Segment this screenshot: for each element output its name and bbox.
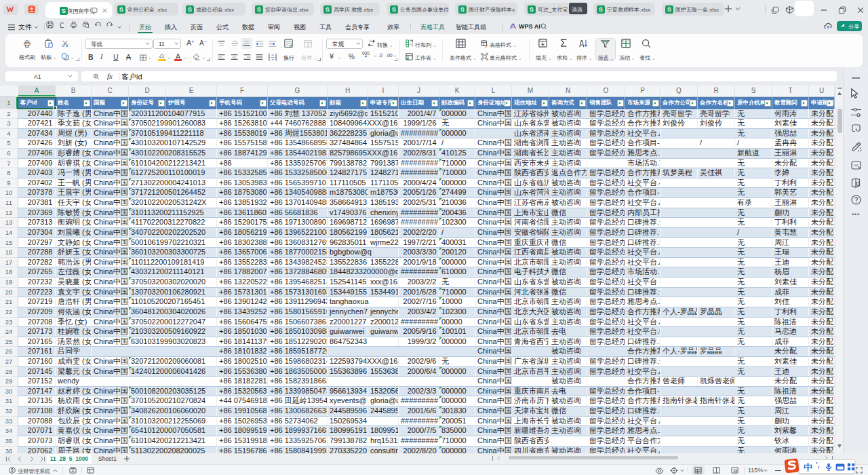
svg-text:S: S xyxy=(326,6,330,13)
svg-text:S: S xyxy=(257,6,261,13)
svg-text:S: S xyxy=(530,6,534,13)
svg-text:S: S xyxy=(460,6,465,13)
svg-text:S: S xyxy=(599,6,603,13)
svg-text:S: S xyxy=(667,6,671,13)
svg-text:S: S xyxy=(119,6,123,13)
svg-text:S: S xyxy=(62,7,66,14)
svg-text:S: S xyxy=(392,6,396,13)
svg-text:S: S xyxy=(188,6,192,13)
